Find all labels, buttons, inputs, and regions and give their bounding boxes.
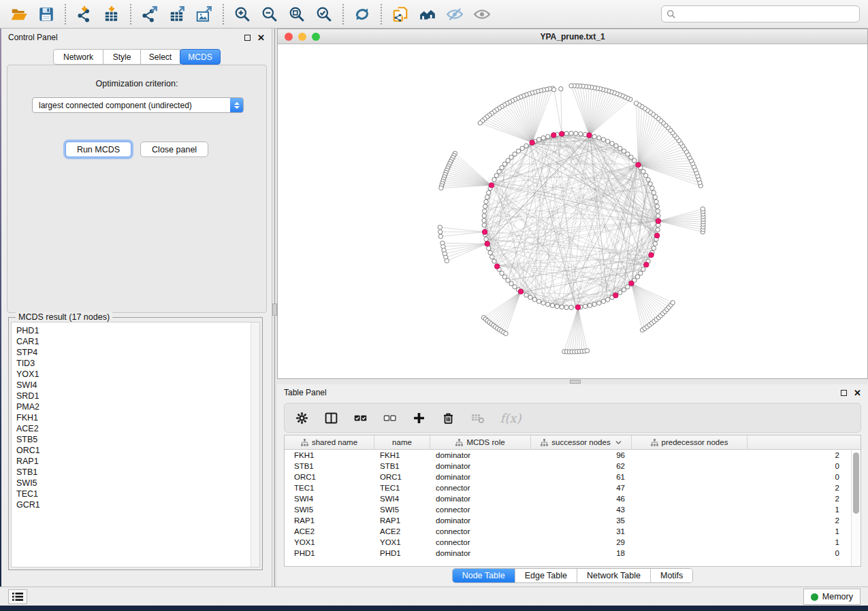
mcds-result-group: MCDS result (17 nodes) PHD1CAR1STP4TID3Y… [8,317,263,570]
export-network-button[interactable] [138,3,162,26]
table-row[interactable]: SWI4SWI4dominator462 [285,493,851,504]
mcds-result-item[interactable]: FKH1 [12,412,259,423]
mcds-list-scrollbar[interactable] [251,323,259,567]
tab-node-table[interactable]: Node Table [453,569,515,582]
zoom-out-button[interactable] [257,3,282,26]
table-row[interactable]: PHD1PHD1dominator180 [285,548,851,559]
export-table-icon [168,5,186,23]
columns-button[interactable] [322,409,340,427]
tab-style[interactable]: Style [103,49,141,65]
mcds-result-item[interactable]: STB5 [12,434,259,445]
mcds-result-item[interactable]: PMA2 [12,401,259,412]
tab-edge-table[interactable]: Edge Table [515,569,577,582]
tab-motifs[interactable]: Motifs [651,569,692,582]
table-row[interactable]: FKH1FKH1dominator962 [285,450,851,461]
leaf-nodes[interactable] [438,84,705,354]
column-header-predecessor-nodes[interactable]: predecessor nodes [632,435,748,449]
import-table-button[interactable] [99,3,124,26]
tab-mcds[interactable]: MCDS [180,49,221,65]
table-cell: dominator [430,549,531,557]
open-file-button[interactable] [7,3,31,26]
hide-selected-button[interactable] [443,3,467,26]
zoom-selected-button[interactable] [312,3,336,26]
mcds-result-list[interactable]: PHD1CAR1STP4TID3YOX1SWI4SRD1PMA2FKH1ACE2… [11,322,260,567]
zoom-in-button[interactable] [230,3,255,26]
mcds-result-item[interactable]: SRD1 [12,391,259,401]
import-network-button[interactable] [72,3,97,26]
horizontal-splitter[interactable] [277,379,868,384]
table-cell: 31 [531,527,632,535]
close-panel-icon[interactable]: ✕ [257,35,265,41]
mcds-result-item[interactable]: CAR1 [12,336,259,347]
duplicate-network-button[interactable] [388,3,413,26]
vertical-splitter[interactable] [272,29,277,587]
mcds-result-item[interactable]: TEC1 [12,489,259,499]
delete-column-button[interactable] [439,409,457,427]
network-titlebar[interactable]: YPA_prune.txt_1 [278,29,867,44]
criterion-value: largest connected component (undirected) [33,101,230,110]
table-scrollbar[interactable] [851,450,861,566]
table-row[interactable]: SWI5SWI5connector431 [285,504,851,515]
table-panel-title: Table Panel [284,388,327,397]
table-row[interactable]: YOX1YOX1connector291 [285,537,851,548]
column-header-shared-name[interactable]: shared name [285,435,374,449]
toolbar-separator [223,4,224,24]
mcds-result-item[interactable]: SWI5 [12,478,259,489]
mcds-result-item[interactable]: YOX1 [12,369,259,380]
network-graph[interactable] [278,44,867,378]
delete-column-icon [441,411,455,425]
zoom-window-icon[interactable] [312,33,320,41]
mcds-result-item[interactable]: TID3 [12,358,259,369]
mcds-result-item[interactable]: SWI4 [12,380,259,391]
table-cell: STB1 [285,462,374,470]
tab-network[interactable]: Network [53,49,103,65]
table-row[interactable]: RAP1RAP1dominator352 [285,515,851,526]
mcds-result-item[interactable]: STP4 [12,347,259,358]
close-window-icon[interactable] [285,33,293,41]
mcds-result-item[interactable]: RAP1 [12,456,259,467]
column-header-name[interactable]: name [374,435,430,449]
mcds-result-item[interactable]: PHD1 [12,325,259,336]
mcds-result-item[interactable]: ORC1 [12,445,259,456]
mcds-result-item[interactable]: ACE2 [12,423,259,434]
float-panel-icon[interactable] [841,390,847,396]
table-row[interactable]: STB1STB1dominator620 [285,461,851,472]
add-column-button[interactable] [410,409,428,427]
tab-select[interactable]: Select [141,49,180,65]
search-box[interactable] [661,5,860,22]
close-panel-icon[interactable]: ✕ [854,390,861,396]
table-cell: dominator [430,516,531,525]
zoom-fit-button[interactable] [285,3,309,26]
select-all-button[interactable] [351,409,369,427]
column-header-successor-nodes[interactable]: successor nodes [531,435,632,449]
export-table-button[interactable] [165,3,189,26]
network-canvas[interactable] [278,44,867,378]
scrollbar-thumb[interactable] [853,452,859,514]
splitter-grip[interactable] [570,380,581,384]
search-input[interactable] [679,10,854,19]
tab-network-table[interactable]: Network Table [577,569,651,582]
export-image-button[interactable] [192,3,216,26]
refresh-button[interactable] [350,3,374,26]
mcds-result-item[interactable]: GCR1 [12,499,259,510]
table-cell: 2 [632,495,846,503]
table-row[interactable]: TEC1TEC1connector472 [285,482,851,493]
home-layout-button[interactable] [415,3,440,26]
column-header-MCDS-role[interactable]: MCDS role [430,435,531,449]
save-session-button[interactable] [34,3,59,26]
criterion-dropdown[interactable]: largest connected component (undirected) [32,97,244,113]
float-panel-icon[interactable] [244,35,251,41]
minimize-window-icon[interactable] [298,33,306,41]
close-panel-button[interactable]: Close panel [140,142,208,157]
run-mcds-button[interactable]: Run MCDS [65,142,131,157]
splitter-grip[interactable] [272,303,277,316]
table-row[interactable]: ORC1ORC1dominator610 [285,472,851,482]
memory-button[interactable]: Memory [803,589,861,605]
table-row[interactable]: ACE2ACE2connector311 [285,526,851,537]
deselect-all-button[interactable] [381,409,398,427]
show-panels-button[interactable] [8,589,27,604]
settings-gear-button[interactable] [293,409,310,427]
show-all-button[interactable] [470,3,494,26]
mcds-result-item[interactable]: STB1 [12,467,259,478]
shared-column-icon [541,439,548,446]
